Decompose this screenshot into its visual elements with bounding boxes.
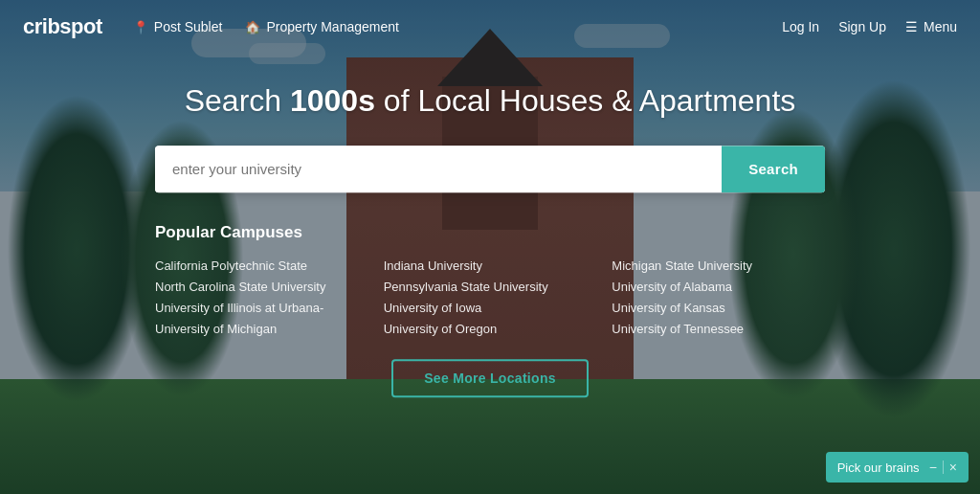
brains-controls: − ×: [929, 460, 957, 475]
property-management-label: Property Management: [266, 19, 399, 34]
campus-link[interactable]: North Carolina State University: [155, 277, 368, 298]
post-sublet-label: Post Sublet: [154, 19, 223, 34]
campus-col-1: California Polytechnic StateNorth Caroli…: [155, 256, 368, 340]
signup-link[interactable]: Sign Up: [838, 19, 886, 34]
search-input[interactable]: [155, 146, 722, 192]
home-icon: 🏠: [245, 20, 260, 34]
hero-title: Search 1000s of Local Houses & Apartment…: [155, 83, 825, 119]
hero-content: Search 1000s of Local Houses & Apartment…: [155, 83, 825, 397]
search-bar: Search: [155, 146, 825, 192]
brains-label: Pick our brains: [837, 460, 920, 475]
brains-divider: [943, 460, 944, 474]
navbar: cribspot 📍 Post Sublet 🏠 Property Manage…: [0, 0, 980, 54]
hero-title-prefix: Search: [185, 83, 290, 118]
property-management-link[interactable]: 🏠 Property Management: [245, 19, 399, 34]
campus-link[interactable]: University of Oregon: [384, 320, 597, 341]
hero-title-bold: 1000s: [290, 83, 375, 118]
campus-link[interactable]: California Polytechnic State: [155, 256, 368, 277]
campus-link[interactable]: Pennsylvania State University: [384, 277, 597, 298]
nav-links: 📍 Post Sublet 🏠 Property Management: [133, 19, 782, 34]
menu-button[interactable]: ☰ Menu: [905, 19, 957, 34]
post-sublet-link[interactable]: 📍 Post Sublet: [133, 19, 223, 34]
hero-title-suffix: of Local Houses & Apartments: [375, 83, 795, 118]
popular-campuses: Popular Campuses California Polytechnic …: [155, 223, 825, 397]
brains-minimize[interactable]: −: [929, 460, 937, 475]
brains-widget: Pick our brains − ×: [826, 452, 969, 483]
popular-campuses-title: Popular Campuses: [155, 223, 825, 242]
nav-right: Log In Sign Up ☰ Menu: [782, 19, 957, 34]
site-logo: cribspot: [23, 14, 102, 39]
campus-col-2: Indiana UniversityPennsylvania State Uni…: [384, 256, 597, 340]
campus-grid: California Polytechnic StateNorth Caroli…: [155, 256, 825, 340]
search-button[interactable]: Search: [722, 146, 825, 192]
login-link[interactable]: Log In: [782, 19, 819, 34]
campus-col-3: Michigan State UniversityUniversity of A…: [612, 256, 825, 340]
campus-link[interactable]: University of Iowa: [384, 298, 597, 319]
see-more-button[interactable]: See More Locations: [391, 360, 589, 398]
campus-link[interactable]: University of Michigan: [155, 320, 368, 341]
campus-link[interactable]: Indiana University: [384, 256, 597, 277]
brains-close-icon[interactable]: ×: [949, 460, 957, 475]
menu-label: Menu: [924, 19, 957, 34]
hamburger-icon: ☰: [905, 19, 918, 34]
campus-link[interactable]: University of Kansas: [612, 298, 825, 319]
campus-link[interactable]: University of Tennessee: [612, 320, 825, 341]
campus-link[interactable]: Michigan State University: [612, 256, 825, 277]
campus-link[interactable]: University of Illinois at Urbana-: [155, 298, 368, 319]
location-icon: 📍: [133, 20, 148, 34]
campus-link[interactable]: University of Alabama: [612, 277, 825, 298]
